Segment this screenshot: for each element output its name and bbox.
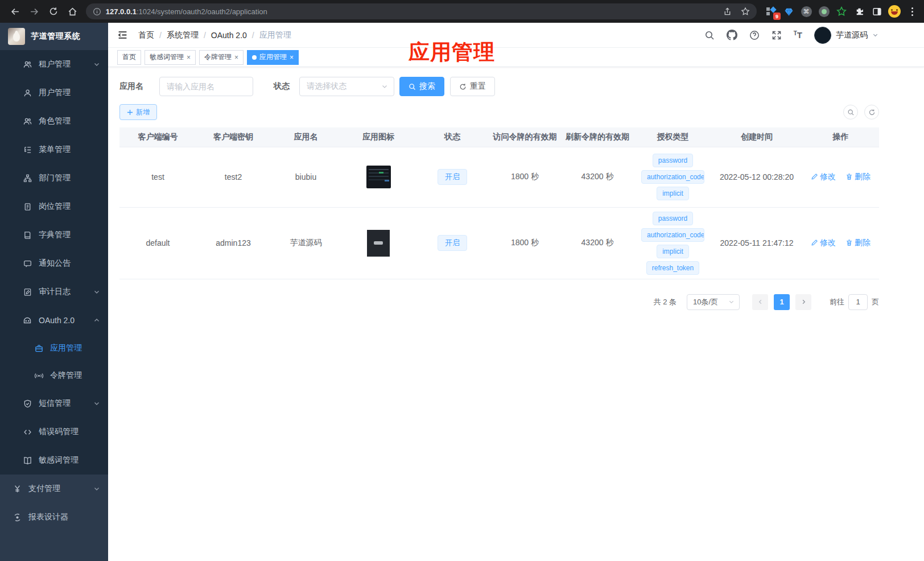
grant-type-tag: authorization_code: [641, 170, 704, 184]
github-icon[interactable]: [727, 30, 737, 40]
fullscreen-icon[interactable]: [772, 30, 782, 40]
access-token-validity-cell: 1800 秒: [489, 147, 560, 207]
app-icon-image: [367, 230, 390, 257]
sidebar-item-tenant[interactable]: 租户管理: [0, 50, 108, 79]
tab-token[interactable]: 令牌管理 ×: [199, 50, 244, 65]
breadcrumb-home[interactable]: 首页: [138, 30, 154, 40]
sidebar-item-oauth-application[interactable]: 应用管理: [0, 335, 108, 362]
report-designer-icon: [13, 513, 22, 522]
role-users-icon: [23, 117, 32, 126]
sidebar-item-error-code[interactable]: 错误码管理: [0, 418, 108, 446]
side-panel-icon[interactable]: [871, 5, 883, 18]
sidebar-item-oauth-token[interactable]: 令牌管理: [0, 362, 108, 389]
oauth-robot-icon: [23, 316, 32, 325]
table-header-row: 客户端编号 客户端密钥 应用名 应用图标 状态 访问令牌的有效期 刷新令牌的有效…: [119, 127, 879, 147]
url-bar[interactable]: 127.0.0.1:1024/system/oauth2/oauth2/appl…: [86, 3, 757, 19]
tags-view: 首页 敏感词管理 × 令牌管理 × 应用管理 ×: [108, 48, 924, 67]
reset-button[interactable]: 重置: [450, 77, 495, 96]
close-icon[interactable]: ×: [234, 53, 238, 61]
app-name-input[interactable]: [159, 77, 253, 96]
record-extension-icon[interactable]: [818, 5, 830, 18]
pagination: 共 2 条 10条/页 1 前往 页: [119, 294, 879, 310]
edit-button[interactable]: 修改: [811, 172, 836, 182]
user-menu[interactable]: 芋道源码: [814, 27, 878, 44]
edit-pencil-icon: [811, 239, 818, 246]
app-logo-row[interactable]: 芋道管理系统: [0, 23, 108, 50]
close-icon[interactable]: ×: [187, 53, 191, 61]
table-row: test test2 biubiu 开启 1800 秒 43200 秒 pass…: [119, 147, 879, 207]
sidebar: 芋道管理系统 租户管理 用户管理 角色管理: [0, 23, 108, 561]
chevron-down-icon: [728, 299, 735, 305]
reload-icon[interactable]: [44, 3, 63, 20]
home-icon[interactable]: [63, 3, 82, 20]
breadcrumb-system[interactable]: 系统管理: [167, 30, 199, 40]
yen-icon: [13, 485, 22, 493]
forward-icon[interactable]: [25, 3, 44, 20]
sidebar-item-menu[interactable]: 菜单管理: [0, 135, 108, 164]
sidebar-item-post[interactable]: 岗位管理: [0, 192, 108, 221]
command-extension-icon[interactable]: ⌘: [800, 5, 812, 18]
caret-down-icon: [872, 32, 878, 38]
sidebar-item-oauth[interactable]: OAuth 2.0: [0, 306, 108, 335]
refresh-table-button[interactable]: [864, 105, 879, 119]
search-button[interactable]: 搜索: [399, 77, 444, 96]
prev-page-button[interactable]: [752, 294, 768, 310]
sidebar-item-user[interactable]: 用户管理: [0, 79, 108, 107]
status-select[interactable]: 请选择状态: [299, 77, 394, 96]
puzzle-extensions-icon[interactable]: [853, 5, 865, 18]
sidebar-item-report-designer[interactable]: 报表设计器: [0, 503, 108, 531]
tab-application[interactable]: 应用管理 ×: [247, 50, 299, 65]
share-icon[interactable]: [723, 7, 732, 16]
grant-type-tag: refresh_token: [646, 261, 699, 275]
app-logo: [8, 28, 25, 45]
status-badge: 开启: [438, 169, 467, 185]
client-secret-cell: admin123: [196, 207, 270, 279]
extension-badge-icon[interactable]: 9: [765, 5, 777, 18]
user-avatar: [814, 27, 831, 44]
green-star-extension-icon[interactable]: [835, 5, 848, 18]
browser-menu-icon[interactable]: [906, 5, 918, 18]
help-icon[interactable]: [749, 30, 760, 40]
chevron-down-icon: [93, 485, 100, 492]
plus-icon: [127, 109, 133, 116]
edit-button[interactable]: 修改: [811, 238, 836, 248]
site-info-icon[interactable]: [93, 7, 101, 16]
delete-button[interactable]: 删除: [845, 172, 871, 182]
top-navbar: 首页 / 系统管理 / OAuth 2.0 / 应用管理: [108, 23, 924, 48]
bookmark-star-icon[interactable]: [741, 7, 750, 16]
sidebar-item-dict[interactable]: 字典管理: [0, 221, 108, 249]
sidebar-item-payment[interactable]: 支付管理: [0, 475, 108, 503]
sidebar-item-dept[interactable]: 部门管理: [0, 164, 108, 192]
sidebar-item-role[interactable]: 角色管理: [0, 107, 108, 135]
add-button[interactable]: 新增: [119, 104, 157, 120]
close-icon[interactable]: ×: [290, 53, 294, 61]
breadcrumb: 首页 / 系统管理 / OAuth 2.0 / 应用管理: [138, 30, 291, 40]
sidebar-item-notice[interactable]: 通知公告: [0, 249, 108, 278]
code-icon: [23, 428, 32, 436]
sidebar-fold-icon[interactable]: [117, 30, 128, 40]
create-time-cell: 2022-05-11 21:47:12: [711, 207, 802, 279]
page-size-select[interactable]: 10条/页: [687, 294, 740, 310]
profile-avatar-icon[interactable]: [888, 5, 901, 18]
sidebar-item-audit-log[interactable]: 审计日志: [0, 278, 108, 306]
edit-pencil-icon: [811, 173, 818, 180]
open-book-icon: [23, 456, 32, 465]
tab-home[interactable]: 首页: [117, 50, 141, 65]
header-search-icon[interactable]: [704, 30, 715, 40]
next-page-button[interactable]: [795, 294, 811, 310]
delete-button[interactable]: 删除: [845, 238, 871, 248]
goto-page-input[interactable]: [848, 294, 868, 310]
tab-sensitive-word[interactable]: 敏感词管理 ×: [145, 50, 196, 65]
total-count: 共 2 条: [654, 297, 676, 307]
font-size-icon[interactable]: TT: [794, 30, 802, 40]
page-number-button[interactable]: 1: [774, 294, 790, 310]
sidebar-item-sensitive-word[interactable]: 敏感词管理: [0, 446, 108, 475]
toggle-search-button[interactable]: [843, 105, 858, 119]
org-tree-icon: [23, 174, 32, 183]
post-badge-icon: [23, 203, 32, 211]
gem-extension-icon[interactable]: [782, 5, 795, 18]
sidebar-item-sms[interactable]: 短信管理: [0, 389, 108, 418]
app-icon-image: [366, 166, 391, 188]
back-icon[interactable]: [6, 3, 25, 20]
breadcrumb-oauth[interactable]: OAuth 2.0: [211, 31, 247, 40]
